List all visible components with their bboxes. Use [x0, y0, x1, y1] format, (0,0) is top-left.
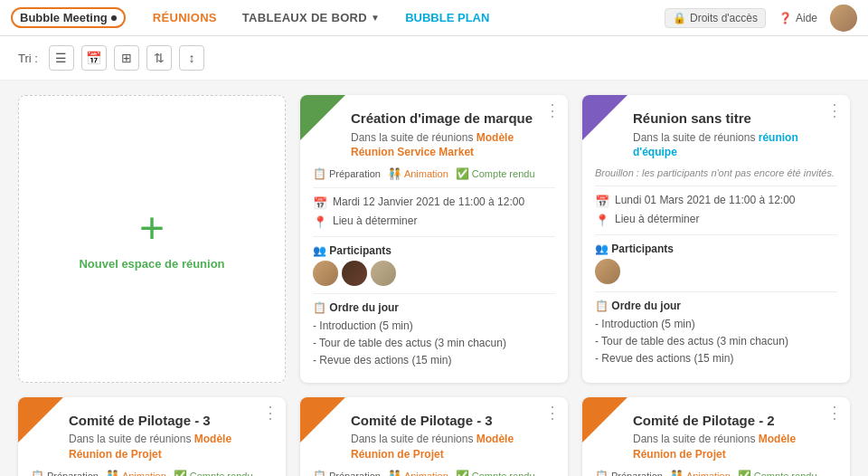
card-comite-pilotage-3b: ⋮ Comité de Pilotage - 3 Dans la suite d…	[300, 397, 568, 476]
cr-label: Compte rendu	[472, 471, 535, 476]
help-button[interactable]: ❓ Aide	[778, 12, 817, 24]
subtitle-prefix: Dans la suite de réunions	[69, 433, 191, 445]
badge-animation: 🧑‍🤝‍🧑 Animation	[106, 470, 166, 476]
navbar-right: 🔒 Droits d'accès ❓ Aide	[665, 5, 857, 32]
plus-icon: +	[139, 206, 165, 250]
avatar[interactable]	[830, 5, 857, 32]
agenda-item-1: - Introduction (5 min)	[595, 316, 837, 333]
badge-preparation: 📋 Préparation	[313, 167, 381, 180]
divider	[313, 187, 555, 188]
sort-grid-icon[interactable]: ⊞	[114, 45, 139, 71]
agenda-item-2: - Tour de table des actus (3 min chacun)	[313, 335, 555, 352]
sort-az-icon[interactable]: ⇅	[146, 45, 172, 71]
card-location-row: 📍 Lieu à déterminer	[595, 213, 837, 227]
card-avatars	[313, 261, 555, 286]
card-badges: 📋 Préparation 🧑‍🤝‍🧑 Animation ✅ Compte r…	[31, 470, 273, 476]
agenda-title: 📋 Ordre du jour	[595, 300, 837, 312]
subtitle-prefix: Dans la suite de réunions	[633, 131, 755, 144]
card-title: Comité de Pilotage - 3	[69, 412, 273, 430]
anim-icon: 🧑‍🤝‍🧑	[670, 470, 684, 476]
badge-animation: 🧑‍🤝‍🧑 Animation	[670, 470, 731, 476]
nav-tableaux[interactable]: TABLEAUX DE BORD ▼	[230, 11, 392, 24]
card-menu-button[interactable]: ⋮	[826, 405, 843, 421]
agenda-icon: 📋	[313, 301, 326, 314]
participant-avatar-1	[595, 259, 620, 284]
sort-calendar-icon[interactable]: 📅	[81, 45, 107, 71]
card-title: Comité de Pilotage - 3	[351, 412, 555, 430]
card-location-row: 📍 Lieu à déterminer	[313, 214, 555, 229]
prep-icon: 📋	[313, 167, 326, 180]
anim-icon: 🧑‍🤝‍🧑	[388, 167, 401, 180]
agenda-item-2: - Tour de table des actus (3 min chacun)	[595, 333, 837, 350]
agenda-item-1: - Introduction (5 min)	[313, 318, 555, 335]
divider	[595, 186, 837, 186]
badge-animation: 🧑‍🤝‍🧑 Animation	[388, 167, 448, 180]
brand-name: Bubble Meeting	[20, 11, 108, 24]
new-space-card[interactable]: + Nouvel espace de réunion	[18, 95, 286, 383]
card-date-row: 📅 Mardi 12 Janvier 2021 de 11:00 à 12:00	[313, 195, 555, 210]
corner-purple	[582, 95, 627, 140]
card-avatars	[595, 259, 837, 284]
card-note: Brouillon : les participants n'ont pas e…	[595, 167, 837, 178]
card-title: Réunion sans titre	[633, 109, 837, 128]
card-menu-button[interactable]: ⋮	[544, 102, 561, 119]
sort-label: Tri :	[18, 52, 38, 65]
card-date: Mardi 12 Janvier 2021 de 11:00 à 12:00	[333, 195, 524, 208]
help-label: Aide	[796, 12, 817, 24]
divider2	[313, 236, 555, 237]
card-creation-image: ⋮ Création d'image de marque Dans la sui…	[300, 95, 568, 383]
card-location: Lieu à déterminer	[615, 213, 699, 225]
corner-orange	[300, 397, 345, 443]
prep-icon: 📋	[313, 470, 326, 476]
card-date: Lundi 01 Mars 2021 de 11:00 à 12:00	[615, 194, 796, 206]
badge-compte-rendu: ✅ Compte rendu	[456, 167, 535, 180]
card-location: Lieu à déterminer	[333, 214, 417, 227]
agenda-item-3: - Revue des actions (15 min)	[313, 352, 555, 369]
sort-date-icon[interactable]: ↕	[179, 45, 204, 71]
card-menu-button[interactable]: ⋮	[826, 102, 843, 119]
badge-animation: 🧑‍🤝‍🧑 Animation	[388, 470, 448, 476]
droits-acces-button[interactable]: 🔒 Droits d'accès	[665, 8, 766, 28]
prep-label: Préparation	[47, 471, 99, 476]
badge-preparation: 📋 Préparation	[595, 470, 663, 476]
nav-reunions[interactable]: RÉUNIONS	[140, 11, 230, 24]
agenda-icon: 📋	[595, 300, 609, 312]
cards-grid: + Nouvel espace de réunion ⋮ Création d'…	[18, 95, 850, 476]
corner-orange	[582, 397, 627, 443]
card-comite-pilotage-2: ⋮ Comité de Pilotage - 2 Dans la suite d…	[582, 397, 850, 476]
help-icon: ❓	[778, 12, 792, 24]
card-menu-button[interactable]: ⋮	[544, 405, 561, 421]
corner-orange	[18, 397, 63, 443]
brand-dot	[111, 15, 117, 21]
cr-label: Compte rendu	[190, 471, 253, 476]
anim-label: Animation	[686, 471, 731, 476]
anim-label: Animation	[404, 471, 448, 476]
card-subtitle: Dans la suite de réunions réunion d'équi…	[633, 130, 837, 161]
corner-green	[300, 95, 345, 140]
divider2	[595, 234, 837, 235]
card-menu-button[interactable]: ⋮	[262, 405, 278, 421]
card-title: Création d'image de marque	[351, 109, 555, 128]
card-badges: 📋 Préparation 🧑‍🤝‍🧑 Animation ✅ Compte r…	[313, 167, 555, 180]
card-title: Comité de Pilotage - 2	[633, 412, 837, 430]
card-subtitle: Dans la suite de réunions Modèle Réunion…	[69, 432, 273, 462]
droits-label: Droits d'accès	[690, 12, 758, 24]
badge-compte-rendu: ✅ Compte rendu	[174, 470, 253, 476]
participant-avatar-2	[342, 261, 367, 286]
divider3	[595, 291, 837, 292]
badge-preparation: 📋 Préparation	[313, 470, 381, 476]
nav-bubble-plan[interactable]: BUBBLE PLAN	[392, 11, 502, 24]
navbar: Bubble Meeting RÉUNIONS TABLEAUX DE BORD…	[0, 0, 868, 36]
main-content: + Nouvel espace de réunion ⋮ Création d'…	[0, 81, 868, 476]
card-badges: 📋 Préparation 🧑‍🤝‍🧑 Animation ✅ Compte r…	[313, 470, 555, 476]
lock-icon: 🔒	[673, 12, 686, 24]
sort-list-icon[interactable]: ☰	[49, 45, 74, 71]
participants-icon: 👥	[313, 244, 326, 257]
chevron-down-icon: ▼	[371, 13, 380, 23]
card-badges: 📋 Préparation 🧑‍🤝‍🧑 Animation ✅ Compte r…	[595, 470, 837, 476]
participants-title: 👥 Participants	[595, 243, 837, 255]
badge-preparation: 📋 Préparation	[31, 470, 99, 476]
calendar-icon: 📅	[595, 195, 609, 208]
brand-logo[interactable]: Bubble Meeting	[11, 7, 126, 28]
participant-avatar-1	[313, 261, 338, 286]
